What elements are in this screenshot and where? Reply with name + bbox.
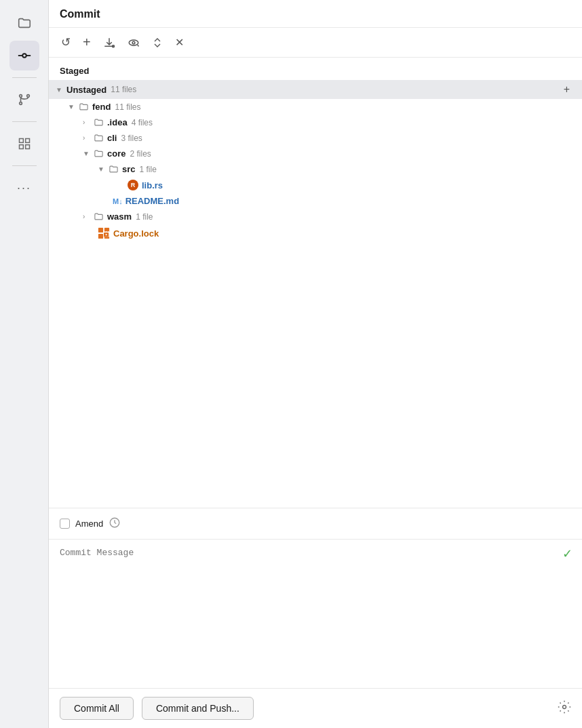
file-cargo-lock[interactable]: Cargo.lock (49, 224, 582, 242)
fend-folder-icon (79, 102, 89, 112)
src-count: 1 file (140, 165, 157, 174)
commit-message-input[interactable] (49, 540, 582, 688)
sidebar-item-more[interactable]: ··· (9, 173, 39, 203)
svg-point-5 (26, 95, 29, 98)
svg-point-4 (19, 102, 22, 105)
unstaged-group-header[interactable]: ▼ Unstaged 11 files + (49, 80, 582, 99)
sidebar-divider (12, 77, 37, 78)
cli-chevron: › (83, 134, 91, 142)
expand-collapse-icon[interactable] (151, 36, 164, 49)
core-count: 2 files (130, 149, 151, 159)
sidebar-item-grid[interactable] (9, 129, 39, 159)
idea-count: 4 files (132, 118, 153, 127)
commit-and-push-button[interactable]: Commit and Push... (142, 697, 254, 720)
svg-rect-15 (98, 234, 103, 239)
unstaged-chevron: ▼ (56, 86, 64, 94)
cli-name: cli (107, 133, 117, 143)
sidebar: ··· (0, 0, 49, 728)
sidebar-divider-3 (12, 165, 37, 166)
add-icon[interactable]: + (81, 33, 92, 52)
file-tree-area: Staged ▼ Unstaged 11 files + ▼ fend 11 f… (49, 58, 582, 508)
lib-rs-name: lib.rs (142, 180, 163, 190)
cargo-lock-icon (98, 227, 110, 239)
bottom-buttons: Commit All Commit and Push... (49, 688, 582, 728)
eye-icon[interactable] (126, 35, 141, 50)
svg-rect-19 (106, 234, 107, 235)
idea-chevron: › (83, 119, 91, 126)
folder-src[interactable]: ▼ src 1 file (49, 161, 582, 177)
svg-rect-7 (25, 139, 29, 143)
fend-count: 11 files (115, 102, 140, 112)
folder-fend[interactable]: ▼ fend 11 files (49, 99, 582, 115)
svg-rect-8 (19, 145, 23, 149)
commit-message-area: ✓ (49, 539, 582, 688)
toolbar: ↺ + ✕ (49, 28, 582, 58)
wasm-count: 1 file (136, 212, 153, 222)
wasm-folder-icon (94, 211, 104, 222)
folder-core[interactable]: ▼ core 2 files (49, 146, 582, 161)
unstaged-label: Unstaged (66, 85, 106, 95)
gear-icon[interactable] (558, 700, 571, 717)
download-icon[interactable] (102, 35, 117, 50)
amend-checkbox[interactable] (60, 519, 70, 529)
checkmark-icon: ✓ (562, 546, 573, 561)
idea-folder-icon (94, 117, 104, 127)
rust-icon: R (128, 180, 138, 190)
folder-idea[interactable]: › .idea 4 files (49, 115, 582, 130)
sidebar-item-branch[interactable] (9, 85, 39, 115)
file-lib-rs[interactable]: R lib.rs (49, 177, 582, 193)
svg-rect-13 (98, 228, 103, 232)
svg-point-0 (22, 54, 26, 58)
amend-section: Amend (49, 508, 582, 539)
src-chevron: ▼ (98, 165, 106, 173)
refresh-icon[interactable]: ↺ (60, 34, 72, 51)
core-chevron: ▼ (83, 150, 91, 157)
amend-label: Amend (75, 519, 103, 529)
commit-all-button[interactable]: Commit All (60, 697, 134, 720)
svg-rect-6 (19, 139, 23, 143)
sidebar-item-commit[interactable] (9, 41, 39, 70)
cli-count: 3 files (121, 134, 142, 143)
md-icon: M↓ (113, 197, 123, 205)
svg-point-21 (563, 705, 566, 708)
folder-cli[interactable]: › cli 3 files (49, 130, 582, 146)
wasm-chevron: › (83, 213, 91, 220)
cargo-lock-name: Cargo.lock (113, 228, 159, 239)
folder-wasm[interactable]: › wasm 1 file (49, 209, 582, 224)
unstaged-count: 11 files (111, 85, 136, 94)
svg-point-3 (19, 95, 22, 98)
core-name: core (107, 148, 125, 159)
svg-point-11 (129, 39, 138, 45)
staged-label: Staged (49, 64, 582, 80)
clock-icon[interactable] (109, 517, 121, 531)
idea-name: .idea (107, 117, 128, 127)
sidebar-item-folder[interactable] (9, 8, 39, 38)
src-folder-icon (109, 164, 119, 174)
fend-name: fend (92, 102, 111, 112)
svg-point-12 (132, 41, 135, 44)
fend-chevron: ▼ (68, 103, 76, 110)
unstaged-add-button[interactable]: + (562, 83, 571, 96)
page-title: Commit (60, 8, 100, 20)
wasm-name: wasm (107, 211, 132, 222)
cli-folder-icon (94, 133, 104, 143)
main-panel: Commit ↺ + ✕ Staged (49, 0, 582, 728)
core-folder-icon (94, 148, 104, 159)
sidebar-divider-2 (12, 121, 37, 122)
close-icon[interactable]: ✕ (174, 35, 185, 50)
svg-rect-9 (25, 145, 29, 149)
src-name: src (122, 164, 136, 174)
readme-md-name: README.md (125, 196, 179, 206)
header: Commit (49, 0, 582, 28)
file-readme-md[interactable]: M↓ README.md (49, 193, 582, 209)
